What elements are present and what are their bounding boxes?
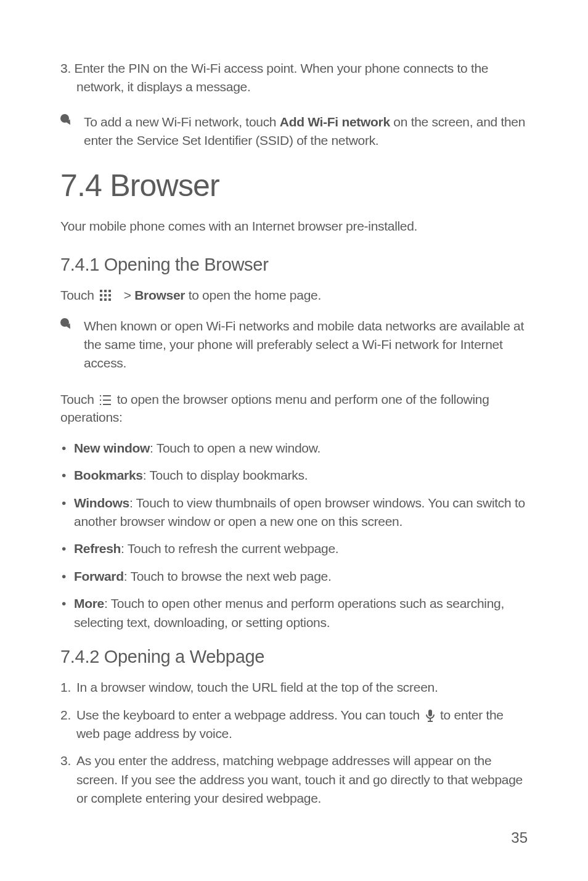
step3-line1: Enter the PIN on the Wi-Fi access point.… bbox=[74, 61, 488, 75]
list-item: Forward: Touch to browse the next web pa… bbox=[60, 567, 528, 586]
svg-rect-6 bbox=[100, 298, 102, 301]
svg-rect-2 bbox=[108, 290, 111, 292]
list-item: New window: Touch to open a new window. bbox=[60, 439, 528, 457]
svg-rect-11 bbox=[100, 400, 101, 401]
touch1-mid: > bbox=[117, 288, 135, 302]
tip1-text: To add a new Wi-Fi network, touch Add Wi… bbox=[84, 113, 528, 150]
svg-rect-9 bbox=[100, 395, 101, 396]
touch1-bold: Browser bbox=[134, 288, 185, 302]
subsection-opening-browser: 7.4.1 Opening the Browser bbox=[60, 255, 528, 275]
carryover-step-3: 3. Enter the PIN on the Wi-Fi access poi… bbox=[60, 59, 528, 97]
bullet-bold: More bbox=[74, 596, 104, 610]
step3-prefix: 3. bbox=[60, 61, 74, 75]
bullet-text: : Touch to browse the next web page. bbox=[124, 569, 332, 583]
opening-webpage-steps: In a browser window, touch the URL field… bbox=[60, 678, 528, 808]
step-item: Use the keyboard to enter a webpage addr… bbox=[60, 706, 528, 744]
bullet-bold: Refresh bbox=[74, 541, 121, 555]
step-item: As you enter the address, matching webpa… bbox=[60, 752, 528, 808]
touch-menu-line: Touch to open the browser options menu a… bbox=[60, 390, 528, 427]
svg-rect-5 bbox=[108, 294, 111, 297]
bullet-bold: Windows bbox=[74, 496, 129, 510]
touch2-post: to open the browser options menu and per… bbox=[60, 392, 489, 424]
svg-rect-12 bbox=[103, 400, 111, 401]
bullet-bold: Forward bbox=[74, 569, 124, 583]
svg-rect-7 bbox=[104, 298, 107, 301]
list-item: Refresh: Touch to refresh the current we… bbox=[60, 539, 528, 558]
touch2-pre: Touch bbox=[60, 392, 97, 406]
microphone-icon bbox=[426, 708, 435, 721]
svg-rect-4 bbox=[104, 294, 107, 297]
svg-rect-1 bbox=[104, 290, 107, 292]
tip-add-wifi: To add a new Wi-Fi network, touch Add Wi… bbox=[60, 113, 528, 150]
bullet-text: : Touch to open other menus and perform … bbox=[74, 596, 504, 629]
apps-grid-icon bbox=[100, 290, 111, 301]
tip1-pre: To add a new Wi-Fi network, touch bbox=[84, 115, 280, 129]
page-number: 35 bbox=[511, 829, 528, 846]
bullet-text: : Touch to display bookmarks. bbox=[143, 468, 308, 482]
svg-rect-8 bbox=[108, 298, 111, 301]
bullet-text: : Touch to view thumbnails of open brows… bbox=[74, 496, 525, 528]
step-text: In a browser window, touch the URL field… bbox=[76, 678, 528, 697]
step-text: As you enter the address, matching webpa… bbox=[76, 752, 528, 808]
list-item: Windows: Touch to view thumbnails of ope… bbox=[60, 494, 528, 531]
svg-rect-16 bbox=[430, 718, 431, 721]
step2-content: Use the keyboard to enter a webpage addr… bbox=[76, 706, 528, 744]
tip-speech-icon bbox=[60, 114, 74, 128]
section-title: 7.4 Browser bbox=[60, 168, 528, 203]
svg-rect-10 bbox=[103, 395, 111, 396]
step2-pre: Use the keyboard to enter a webpage addr… bbox=[76, 708, 423, 722]
touch-browser-line: Touch > Browser to open the home page. bbox=[60, 286, 528, 304]
svg-rect-14 bbox=[103, 404, 111, 405]
tip1-bold: Add Wi-Fi network bbox=[280, 115, 390, 129]
step-item: In a browser window, touch the URL field… bbox=[60, 678, 528, 697]
svg-rect-3 bbox=[100, 294, 102, 297]
tip-speech-icon bbox=[60, 318, 74, 332]
browser-options-list: New window: Touch to open a new window. … bbox=[60, 439, 528, 633]
section-intro: Your mobile phone comes with an Internet… bbox=[60, 217, 528, 235]
tip2-text: When known or open Wi-Fi networks and mo… bbox=[84, 317, 528, 373]
svg-rect-0 bbox=[100, 290, 102, 292]
touch1-post: to open the home page. bbox=[185, 288, 321, 302]
svg-rect-17 bbox=[428, 721, 433, 722]
bullet-bold: New window bbox=[74, 441, 150, 455]
list-item: Bookmarks: Touch to display bookmarks. bbox=[60, 466, 528, 485]
svg-rect-13 bbox=[100, 404, 101, 405]
tip-icon-col bbox=[60, 113, 84, 130]
tip-icon-col-2 bbox=[60, 317, 84, 334]
touch1-pre: Touch bbox=[60, 288, 97, 302]
bullet-text: : Touch to open a new window. bbox=[150, 441, 321, 455]
step3-line2: network, it displays a message. bbox=[60, 78, 528, 96]
menu-hamburger-icon bbox=[100, 391, 111, 401]
bullet-text: : Touch to refresh the current webpage. bbox=[121, 541, 338, 555]
bullet-bold: Bookmarks bbox=[74, 468, 143, 482]
list-item: More: Touch to open other menus and perf… bbox=[60, 594, 528, 632]
subsection-opening-webpage: 7.4.2 Opening a Webpage bbox=[60, 647, 528, 667]
tip-wifi-preference: When known or open Wi-Fi networks and mo… bbox=[60, 317, 528, 373]
svg-rect-15 bbox=[428, 710, 432, 716]
